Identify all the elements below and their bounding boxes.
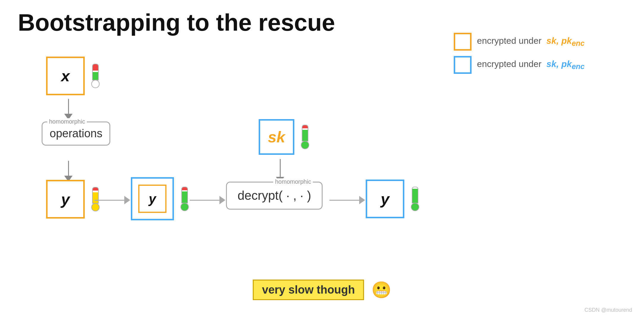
homomorphic-ops-box: homomorphic operations [42,121,110,146]
legend-text-orange: encrypted under sk, pkenc [477,36,585,48]
slow-badge: very slow though [253,280,364,300]
page-title: Bootstrapping to the rescue [18,9,335,36]
x-thermometer [91,64,100,88]
y3-encrypted-box: y [366,180,404,218]
arrow-ops-to-y [64,161,73,182]
grimace-emoji: 😬 [371,280,391,299]
ops-main-label: operations [50,127,102,140]
y2-thermometer [180,187,189,211]
arrow-y1-to-y2 [95,196,130,204]
x-encrypted-box: x [46,57,85,95]
sk-thermometer [301,125,309,149]
y2-inner-orange: y [138,185,167,213]
decrypt-func-label: decrypt( · , · ) [238,188,311,203]
arrow-x-to-ops [64,99,73,120]
y3-thermometer [411,187,419,211]
sk-box-group: sk [259,119,309,155]
y2-double-box-group: y [131,177,189,220]
slow-badge-group: very slow though 😬 [253,280,391,300]
x-box-group: x [46,57,100,95]
sk-encrypted-box: sk [259,119,294,155]
arrow-decrypt-to-y3 [329,196,365,204]
decrypt-box: homomorphic decrypt( · , · ) [226,182,323,210]
y2-outer-blue: y [131,177,174,220]
y3-box-group: y [366,180,419,218]
y1-box-group: y [46,180,100,219]
watermark: CSDN @mutourend [585,307,632,313]
ops-top-label: homomorphic [47,118,87,125]
arrow-y2-to-decrypt [190,196,225,204]
y2-double-box: y [131,177,174,220]
decrypt-top-label: homomorphic [273,178,313,185]
y1-encrypted-box: y [46,180,85,219]
